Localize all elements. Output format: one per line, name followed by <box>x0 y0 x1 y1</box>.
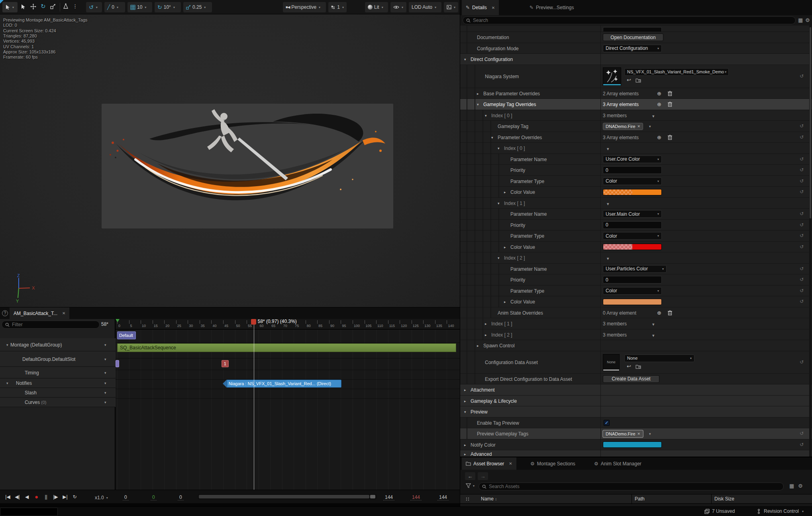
tab-anim-slot-manager[interactable]: ⚙ Anim Slot Manager <box>590 457 645 470</box>
scrollbar-thumb[interactable] <box>810 27 811 219</box>
expander-closed-icon[interactable]: ▸ <box>504 190 506 194</box>
timeline-filter-input[interactable]: Filter <box>2 321 100 329</box>
reset-to-default-icon[interactable]: ↺ <box>800 123 804 129</box>
add-element-icon[interactable]: ⊕ <box>657 91 661 97</box>
asset-dropdown[interactable]: None▾ <box>624 355 694 362</box>
track-options-chevron-icon[interactable]: ▾ <box>104 381 106 385</box>
history-back-button[interactable]: ← <box>465 472 475 480</box>
frame-field-end-1[interactable]: 144 <box>410 494 422 500</box>
tab-preview-settings[interactable]: ✎ Preview...Settings <box>526 0 578 15</box>
show-flags-dropdown[interactable]: ▾ <box>390 2 406 12</box>
track-options-chevron-icon[interactable]: ▾ <box>104 343 106 347</box>
chevron-down-icon[interactable]: ▾ <box>607 201 609 207</box>
column-header-path[interactable]: Path <box>635 496 645 502</box>
reset-to-default-icon[interactable]: ↺ <box>800 167 804 173</box>
record-button[interactable]: ● <box>32 492 41 501</box>
focus-selected-icon[interactable] <box>63 3 69 9</box>
track-options-chevron-icon[interactable]: ▾ <box>104 400 106 404</box>
add-element-icon[interactable]: ⊕ <box>657 310 661 316</box>
gameplay-tag-chip[interactable]: DNADemo.Fire✕ <box>603 430 643 437</box>
surface-snap-button[interactable]: ↺▾ <box>86 2 102 12</box>
chevron-down-icon[interactable]: ▾ <box>652 333 655 338</box>
lit-mode-dropdown[interactable]: Lit▾ <box>365 2 388 12</box>
dropdown-user-core-color[interactable]: User.Core Color▾ <box>603 156 662 163</box>
help-icon[interactable]: ? <box>2 310 8 316</box>
grid-snap-button[interactable]: 10▾ <box>127 2 152 12</box>
color-swatch[interactable] <box>603 441 662 448</box>
track-options-chevron-icon[interactable]: ▾ <box>104 371 106 375</box>
frame-field-end-0[interactable]: 144 <box>383 494 394 500</box>
track-row-curves[interactable]: Curves (0)▾ <box>0 398 116 407</box>
create-data-asset-button[interactable]: Create Data Asset <box>603 375 659 383</box>
asset-search-input[interactable]: Search Assets <box>479 483 784 490</box>
lod-dropdown[interactable]: LOD Auto▾ <box>409 2 441 12</box>
asset-settings-gear-icon[interactable]: ⚙ <box>798 483 803 489</box>
expander-closed-icon[interactable]: ▸ <box>464 388 466 392</box>
sequence-segment-bar[interactable]: SQ_BasicAttackSequence <box>117 343 456 352</box>
gameplay-tag-chip[interactable]: DNADemo.Fire✕ <box>603 123 643 130</box>
step-backward-button[interactable]: ◀| <box>13 492 22 501</box>
number-input[interactable]: 0 <box>603 276 662 284</box>
remove-tag-icon[interactable]: ✕ <box>637 124 641 128</box>
track-row-montage-defaultgroup-[interactable]: ▾Montage (DefaultGroup)▾ <box>0 338 116 351</box>
details-scrollbar[interactable] <box>809 26 812 457</box>
delete-icon[interactable] <box>668 102 672 107</box>
expander-closed-icon[interactable]: ▸ <box>477 344 479 348</box>
expander-open-icon[interactable]: ▾ <box>498 256 500 260</box>
details-view-options-icon[interactable]: ▦ <box>798 17 803 23</box>
number-input[interactable]: 0 <box>603 221 662 229</box>
expander-open-icon[interactable]: ▾ <box>485 114 487 118</box>
expander-open-icon[interactable]: ▾ <box>498 146 500 150</box>
chevron-down-icon[interactable]: ▾ <box>652 322 655 327</box>
chevron-down-icon[interactable]: ▾ <box>607 256 609 261</box>
reset-to-default-icon[interactable]: ↺ <box>800 431 804 436</box>
reset-to-default-icon[interactable]: ↺ <box>800 244 804 250</box>
dropdown-direct-configuration[interactable]: Direct Configuration▾ <box>603 45 662 52</box>
close-icon[interactable]: ✕ <box>509 461 512 466</box>
reset-to-default-icon[interactable]: ↺ <box>800 156 804 162</box>
expander-open-icon[interactable]: ▾ <box>464 410 466 414</box>
dropdown-color[interactable]: Color▾ <box>603 287 662 295</box>
scale-tool-icon[interactable] <box>50 4 56 9</box>
reset-to-default-icon[interactable]: ↺ <box>800 233 804 238</box>
frame-field-start-0[interactable]: 0 <box>123 494 129 500</box>
reset-to-default-icon[interactable]: ↺ <box>800 189 804 195</box>
more-options-icon[interactable]: ⋮ <box>73 3 78 9</box>
expander-open-icon[interactable]: ▾ <box>477 102 479 106</box>
tab-montage-sections[interactable]: ⚙ Montage Sections <box>526 457 579 470</box>
details-settings-gear-icon[interactable]: ⚙ <box>805 17 810 23</box>
niagara-asset-thumbnail[interactable] <box>603 67 621 86</box>
camera-speed-button[interactable]: 1▾ <box>328 2 347 12</box>
chevron-down-icon[interactable]: ▾ <box>607 146 609 152</box>
to-front-button[interactable]: |◀ <box>3 492 12 501</box>
expander-open-icon[interactable]: ▾ <box>491 136 493 140</box>
timeline-scrollbar[interactable] <box>198 494 377 499</box>
playhead-line[interactable] <box>254 319 254 490</box>
close-icon[interactable]: ✕ <box>62 311 65 315</box>
unsaved-button[interactable]: 7 Unsaved <box>704 508 735 514</box>
ruler-start-marker[interactable] <box>116 319 120 322</box>
dropdown-color[interactable]: Color▾ <box>603 232 662 240</box>
reset-to-default-icon[interactable]: ↺ <box>800 222 804 228</box>
chevron-down-icon[interactable]: ▾ <box>649 124 651 128</box>
to-end-button[interactable]: ▶| <box>61 492 70 501</box>
tab-details[interactable]: ✎ Details ✕ <box>462 0 499 15</box>
scrollbar-handle[interactable] <box>370 495 375 498</box>
playhead-handle[interactable] <box>251 319 256 325</box>
loop-button[interactable]: ↻ <box>70 492 79 501</box>
expander-open-icon[interactable]: ▾ <box>464 57 466 61</box>
reset-to-default-icon[interactable]: ↺ <box>800 442 804 447</box>
expander-closed-icon[interactable]: ▸ <box>485 322 487 326</box>
details-search-input[interactable]: Search <box>463 16 796 24</box>
step-forward-button[interactable]: |▶ <box>51 492 60 501</box>
timing-notify-chip-partial[interactable] <box>116 360 119 367</box>
rotate-tool-icon[interactable]: ↻ <box>41 3 46 10</box>
pointer-tool-icon[interactable] <box>21 4 25 10</box>
frame-field-end-2[interactable]: 144 <box>437 494 449 500</box>
track-options-chevron-icon[interactable]: ▾ <box>104 357 106 361</box>
dropdown-user-particles-color[interactable]: User.Particles Color▾ <box>603 265 667 273</box>
perspective-dropdown[interactable]: ■◀Perspective▾ <box>283 2 326 12</box>
reset-to-default-icon[interactable]: ↺ <box>800 299 804 304</box>
reset-to-default-icon[interactable]: ↺ <box>800 134 804 140</box>
track-row-defaultgroup-defaultslot[interactable]: DefaultGroup.DefaultSlot▾ <box>0 351 116 367</box>
